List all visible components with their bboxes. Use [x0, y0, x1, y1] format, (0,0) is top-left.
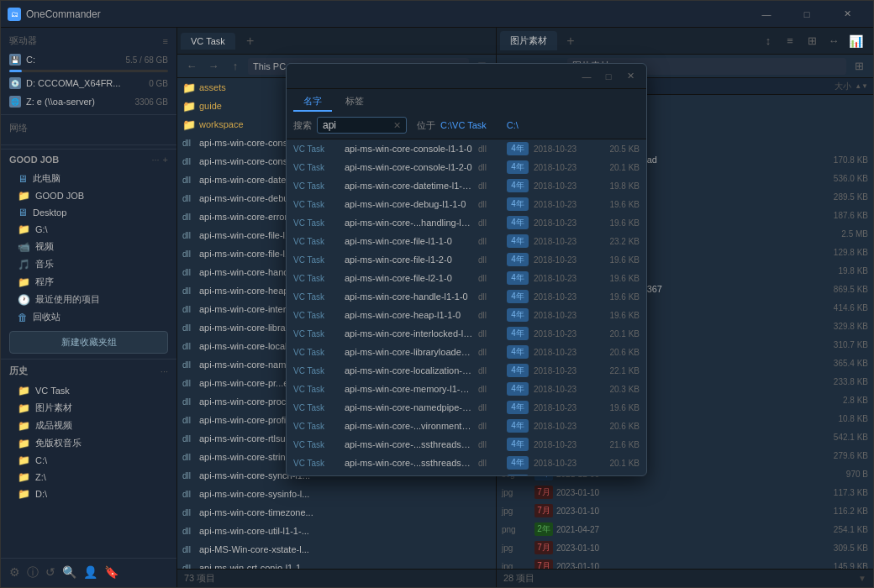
right-detail-icon[interactable]: ↔ — [824, 32, 843, 50]
history-more-icon[interactable]: ··· — [161, 366, 168, 376]
right-tab-label: 图片素材 — [510, 35, 547, 45]
favorites-more-icon[interactable]: ··· — [151, 155, 159, 165]
drives-expand-icon[interactable]: ≡ — [163, 36, 168, 46]
favorites-header[interactable]: GOOD JOB ··· + — [1, 150, 176, 170]
search-minimize-button[interactable]: — — [577, 67, 596, 86]
right-list-view-icon[interactable]: ≡ — [781, 32, 799, 50]
bookmark-icon[interactable]: 🔖 — [104, 565, 118, 580]
history-picassets[interactable]: 📁图片素材 — [1, 399, 176, 417]
history-video[interactable]: 📁成品视频 — [1, 417, 176, 434]
search-result-row-18[interactable]: VC Task api-ms-win-core-profile-l1-1-0 d… — [287, 472, 646, 475]
new-group-button[interactable]: 新建收藏夹组 — [9, 331, 168, 354]
search-close-button[interactable]: ✕ — [621, 67, 640, 86]
search-input[interactable] — [323, 119, 390, 131]
rfc-size-9: 19.8 KB — [818, 266, 868, 276]
right-file-row-23[interactable]: png 2年 2021-04-27 254.1 KB — [497, 520, 873, 538]
history-vctask[interactable]: 📁VC Task — [1, 382, 176, 399]
search-result-row-10[interactable]: VC Task api-ms-win-core-interlocked-l1-1… — [287, 324, 646, 343]
search-result-row-14[interactable]: VC Task api-ms-win-core-namedpipe-l1-1-0… — [287, 398, 646, 417]
search-result-row-3[interactable]: VC Task api-ms-win-core-debug-l1-1-0 dll… — [287, 195, 646, 213]
fav-item-trash[interactable]: 🗑回收站 — [1, 308, 176, 326]
go-forward-button[interactable]: → — [204, 57, 223, 76]
left-add-tab-button[interactable]: + — [240, 31, 261, 51]
fav-item-music[interactable]: 🎵音乐 — [1, 255, 176, 273]
drive-d[interactable]: 💿 D: CCCOMA_X64FR... 0 GB — [1, 74, 176, 92]
settings-icon[interactable]: ⚙ — [9, 565, 20, 580]
sr-type-17: dll — [478, 459, 502, 468]
user-icon[interactable]: 👤 — [83, 565, 97, 580]
search-result-row-0[interactable]: VC Task api-ms-win-core-console-l1-1-0 d… — [287, 139, 646, 158]
sr-type-9: dll — [478, 311, 502, 320]
left-tab-vctask[interactable]: VC Task — [181, 33, 235, 50]
right-sort-icon[interactable]: ↕ — [759, 32, 777, 50]
close-button[interactable]: ✕ — [828, 1, 866, 28]
right-file-row-22[interactable]: jpg 7月 2023-01-10 116.2 KB — [497, 501, 873, 520]
search-bottom-icon[interactable]: 🔍 — [62, 565, 76, 580]
right-file-row-24[interactable]: jpg 7月 2023-01-10 309.5 KB — [497, 538, 873, 557]
file-row-23[interactable]: dllapi-ms-win-crt-conio-l1-1... — [177, 559, 496, 569]
search-result-row-15[interactable]: VC Task api-ms-win-core-...vironment-l1-… — [287, 417, 646, 435]
right-file-row-21[interactable]: jpg 7月 2023-01-10 117.3 KB — [497, 483, 873, 501]
history-header[interactable]: 历史 ··· — [1, 360, 176, 382]
maximize-button[interactable]: □ — [787, 1, 826, 28]
fav-item-goodjob[interactable]: 📁GOOD JOB — [1, 187, 176, 204]
search-result-row-2[interactable]: VC Task api-ms-win-core-datetime-l1-1-0 … — [287, 176, 646, 195]
search-result-row-16[interactable]: VC Task api-ms-win-core-...ssthreads-l1-… — [287, 435, 646, 454]
go-back-button[interactable]: ← — [182, 57, 201, 76]
fav-item-recent[interactable]: 🕐最近使用的项目 — [1, 291, 176, 308]
fav-item-g[interactable]: 📁G:\ — [1, 221, 176, 238]
right-view-toggle[interactable]: ⊞ — [850, 57, 868, 76]
fav-item-program[interactable]: 📁程序 — [1, 273, 176, 291]
history-d[interactable]: 📁D:\ — [1, 486, 176, 502]
sr-name-7: api-ms-win-core-file-l2-1-0 — [345, 273, 473, 283]
search-result-row-7[interactable]: VC Task api-ms-win-core-file-l2-1-0 dll … — [287, 269, 646, 287]
file-row-19[interactable]: dllapi-ms-win-core-sysinfo-l... — [177, 485, 496, 503]
search-input-wrap[interactable]: ✕ — [317, 117, 407, 134]
search-result-row-17[interactable]: VC Task api-ms-win-core-...ssthreads-l1-… — [287, 454, 646, 472]
history-z[interactable]: 📁Z:\ — [1, 469, 176, 486]
sr-date-9: 2018-10-23 — [534, 311, 592, 320]
sr-type-0: dll — [478, 144, 502, 154]
search-result-row-12[interactable]: VC Task api-ms-win-core-localization-l1-… — [287, 361, 646, 380]
right-status-extra: ▼ — [858, 574, 866, 583]
search-tab-name[interactable]: 名字 — [293, 92, 332, 112]
file-row-21[interactable]: dllapi-ms-win-core-util-l1-1-... — [177, 522, 496, 540]
search-result-row-13[interactable]: VC Task api-ms-win-core-memory-l1-1-0 dl… — [287, 380, 646, 398]
go-up-button[interactable]: ↑ — [226, 57, 245, 76]
info-icon[interactable]: ⓘ — [27, 565, 39, 580]
search-result-row-4[interactable]: VC Task api-ms-win-core-...handling-l1-1… — [287, 213, 646, 232]
search-maximize-button[interactable]: □ — [599, 67, 618, 86]
sr-source-5: VC Task — [293, 237, 340, 246]
right-add-tab-button[interactable]: + — [561, 31, 581, 51]
history-music[interactable]: 📁免版权音乐 — [1, 434, 176, 452]
refresh-icon[interactable]: ↺ — [45, 565, 55, 580]
search-result-row-5[interactable]: VC Task api-ms-win-core-file-l1-1-0 dll … — [287, 232, 646, 250]
favorites-add-icon[interactable]: + — [163, 155, 168, 165]
favorites-section: GOOD JOB ··· + 🖥此电脑 📁GOOD JOB 🖥Desktop 📁… — [1, 149, 176, 326]
sr-source-2: VC Task — [293, 181, 340, 191]
search-result-row-1[interactable]: VC Task api-ms-win-core-console-l1-2-0 d… — [287, 158, 646, 176]
file-row-22[interactable]: dllapi-MS-Win-core-xstate-l... — [177, 540, 496, 559]
right-chart-icon[interactable]: 📊 — [846, 32, 865, 50]
history-title: 历史 — [9, 365, 161, 377]
fav-item-video[interactable]: 📹视频 — [1, 238, 176, 255]
drive-z[interactable]: 🌐 Z: e (\\oa-server) 3306 GB — [1, 92, 176, 111]
search-result-row-11[interactable]: VC Task api-ms-win-core-libraryloader-l1… — [287, 343, 646, 361]
file-row-20[interactable]: dllapi-ms-win-core-timezone... — [177, 503, 496, 522]
search-result-row-8[interactable]: VC Task api-ms-win-core-handle-l1-1-0 dl… — [287, 287, 646, 306]
search-result-row-6[interactable]: VC Task api-ms-win-core-file-l1-2-0 dll … — [287, 250, 646, 269]
search-tab-tags[interactable]: 标签 — [335, 92, 374, 112]
minimize-button[interactable]: — — [747, 1, 786, 28]
sr-source-14: VC Task — [293, 403, 340, 412]
search-clear-button[interactable]: ✕ — [393, 120, 401, 131]
rfc-size-19: 279.6 KB — [818, 451, 868, 460]
sr-size-14: 19.6 KB — [598, 403, 640, 412]
search-result-row-9[interactable]: VC Task api-ms-win-core-heap-l1-1-0 dll … — [287, 306, 646, 324]
right-grid-view-icon[interactable]: ⊞ — [803, 32, 821, 50]
right-file-row-25[interactable]: jpg 7月 2023-01-10 145.9 KB — [497, 557, 873, 569]
fav-item-desktop[interactable]: 🖥Desktop — [1, 204, 176, 221]
history-c[interactable]: 📁C:\ — [1, 452, 176, 469]
drive-c[interactable]: 💾 C: 5.5 / 68 GB — [1, 50, 176, 69]
fav-item-pc[interactable]: 🖥此电脑 — [1, 170, 176, 187]
right-tab-picassets[interactable]: 图片素材 — [500, 31, 557, 50]
